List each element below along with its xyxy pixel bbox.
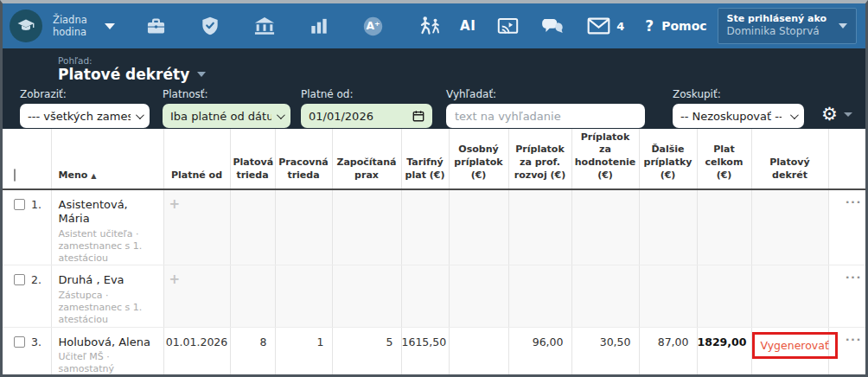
calendar-icon <box>412 110 424 122</box>
validity-filter-label: Platnosť: <box>163 88 290 100</box>
gear-icon: ⚙ <box>821 105 838 124</box>
header-platova-trieda[interactable]: Platová trieda <box>230 129 275 189</box>
chevron-down-icon <box>277 111 285 119</box>
valid-from-date-input[interactable]: 01/01/2026 <box>301 104 432 128</box>
envelope-icon <box>587 16 610 36</box>
row-checkbox[interactable] <box>14 336 25 348</box>
help-button[interactable]: ? Pomoc <box>645 17 706 35</box>
add-decree-icon[interactable]: + <box>164 198 181 211</box>
chevron-down-icon <box>790 111 799 119</box>
employee-name[interactable]: Holubová, Alena <box>59 335 158 349</box>
header-plat-celkom[interactable]: Plat celkom (€) <box>697 129 751 189</box>
supervision-button[interactable] <box>199 15 221 37</box>
header-tarifny-plat[interactable]: Tarifný plat (€) <box>401 129 449 189</box>
mail-count-badge: 4 <box>616 20 624 33</box>
group-filter-select[interactable]: -- Nezoskupovať -- <box>673 104 804 128</box>
mail-button[interactable]: 4 <box>587 16 624 36</box>
cell-zapocitana-prax: 5 <box>332 327 401 377</box>
show-filter-select[interactable]: --- všetkých zames <box>20 104 150 128</box>
table-row: 3. Holubová, AlenaUčiteľ MŠ · samostatný… <box>3 327 868 377</box>
view-label: Pohľad: <box>58 55 865 66</box>
grades-button[interactable]: A⁺ <box>361 15 385 38</box>
highlight-box: Vygenerovať <box>752 332 838 359</box>
header-priplatok-hodnotenie[interactable]: Príplatok za hodnotenie (€) <box>571 129 639 189</box>
chevron-down-icon <box>839 23 847 29</box>
user-name: Dominika Stoprvá <box>727 25 827 39</box>
header-zapocitana-prax[interactable]: Započítaná prax <box>332 129 401 189</box>
screencast-button[interactable] <box>496 15 520 38</box>
header-priplatok-prof-rozvoj[interactable]: Príplatok za prof. rozvoj (€) <box>508 129 571 189</box>
shield-check-icon <box>199 15 221 37</box>
top-navigation-bar: Žiadna hodina <box>3 3 865 48</box>
cast-icon <box>496 15 520 38</box>
topbar-actions: AI 4 ? Pomoc <box>460 15 707 38</box>
row-number: 2. <box>31 273 41 286</box>
group-filter-label: Zoskupiť: <box>673 88 804 100</box>
employee-name[interactable]: Asistentová, Mária <box>59 198 158 227</box>
employee-role: Asistent učiteľa · zamestnanec s 1. ates… <box>59 228 158 265</box>
table-row: 1. Asistentová, MáriaAsistent učiteľa · … <box>3 189 868 265</box>
walking-students-icon <box>416 14 442 38</box>
header-osobny-priplatok[interactable]: Osobný príplatok (€) <box>449 129 508 189</box>
help-label: Pomoc <box>661 19 706 33</box>
institution-button[interactable] <box>252 14 277 38</box>
header-platovy-dekret[interactable]: Platový dekrét <box>751 129 828 189</box>
students-button[interactable] <box>416 14 442 38</box>
agenda-button[interactable] <box>144 15 168 38</box>
current-lesson-selector[interactable]: Žiadna hodina <box>53 14 115 39</box>
app-logo-button[interactable] <box>10 10 42 42</box>
row-menu-icon[interactable]: ··· <box>846 333 862 346</box>
cell-platne-od: 01.01.2026 <box>163 327 230 377</box>
valid-from-value: 01/01/2026 <box>309 110 373 123</box>
header-dalsie-priplatky[interactable]: Ďalšie príplatky (€) <box>639 129 697 189</box>
header-meno[interactable]: Meno ▲ <box>51 129 163 189</box>
search-label: Vyhľadať: <box>446 88 645 100</box>
row-menu-icon[interactable]: ··· <box>846 195 862 208</box>
select-all-checkbox[interactable] <box>14 169 16 182</box>
cell-tarifny-plat: 1615,50 <box>401 327 449 377</box>
table-row: 2. Druhá , EvaZástupca · zamestnanec s 1… <box>3 265 868 327</box>
show-filter-label: Zobraziť: <box>20 88 150 100</box>
statistics-button[interactable] <box>308 15 330 37</box>
sort-asc-icon: ▲ <box>91 172 96 180</box>
row-checkbox[interactable] <box>14 274 25 285</box>
cell-dalsie-priplatky: 87,00 <box>639 327 697 377</box>
header-select-all <box>3 129 51 189</box>
row-menu-icon[interactable]: ··· <box>846 271 862 284</box>
chevron-down-icon <box>136 111 144 119</box>
filter-group: Zoskupiť: -- Nezoskupovať -- <box>673 88 804 128</box>
add-decree-icon[interactable]: + <box>164 273 181 286</box>
view-selector[interactable]: Pohľad: Platové dekréty <box>3 55 865 83</box>
row-checkbox[interactable] <box>14 199 25 210</box>
table-header-row: Meno ▲ Platné od Platová trieda Pracovná… <box>3 129 868 189</box>
graduation-cap-icon <box>16 16 36 36</box>
ai-button[interactable]: AI <box>460 18 475 34</box>
grade-circle-icon: A⁺ <box>361 15 385 38</box>
show-filter-value: --- všetkých zames <box>28 110 131 123</box>
employee-name[interactable]: Druhá , Eva <box>59 273 158 287</box>
chevron-down-icon <box>105 23 115 29</box>
table-settings-button[interactable]: ⚙ <box>821 105 852 124</box>
user-info: Ste prihlásený ako Dominika Stoprvá <box>727 13 827 39</box>
lesson-status-label: Žiadna hodina <box>53 14 98 39</box>
search-input[interactable] <box>446 104 645 128</box>
cell-osobny-priplatok <box>449 327 508 377</box>
validity-filter-select[interactable]: Iba platné od dátun <box>163 104 290 128</box>
employee-role: Učiteľ MŠ · samostatný zamestnanec <box>59 351 158 377</box>
chat-button[interactable] <box>540 15 566 38</box>
briefcase-icon <box>144 15 168 38</box>
filter-bar: Zobraziť: --- všetkých zames Platnosť: I… <box>3 88 865 128</box>
bank-icon <box>252 14 277 38</box>
user-account-menu[interactable]: Ste prihlásený ako Dominika Stoprvá <box>718 8 857 44</box>
header-platne-od[interactable]: Platné od <box>163 129 230 189</box>
employee-role: Zástupca · zamestnanec s 1. atestáciou <box>59 290 158 327</box>
cell-priplatok-hodnotenie: 30,50 <box>571 327 639 377</box>
cell-plat-celkom: 1829,00 <box>697 327 751 377</box>
cell-priplatok-prof-rozvoj: 96,00 <box>508 327 571 377</box>
view-filter-panel: Pohľad: Platové dekréty Zobraziť: --- vš… <box>3 48 865 129</box>
signed-in-label: Ste prihlásený ako <box>727 13 827 25</box>
validity-filter-value: Iba platné od dátun <box>170 110 271 123</box>
header-pracovna-trieda[interactable]: Pracovná trieda <box>275 129 332 189</box>
page-title: Platové dekréty <box>58 66 189 83</box>
generate-decree-link[interactable]: Vygenerovať <box>761 339 829 352</box>
